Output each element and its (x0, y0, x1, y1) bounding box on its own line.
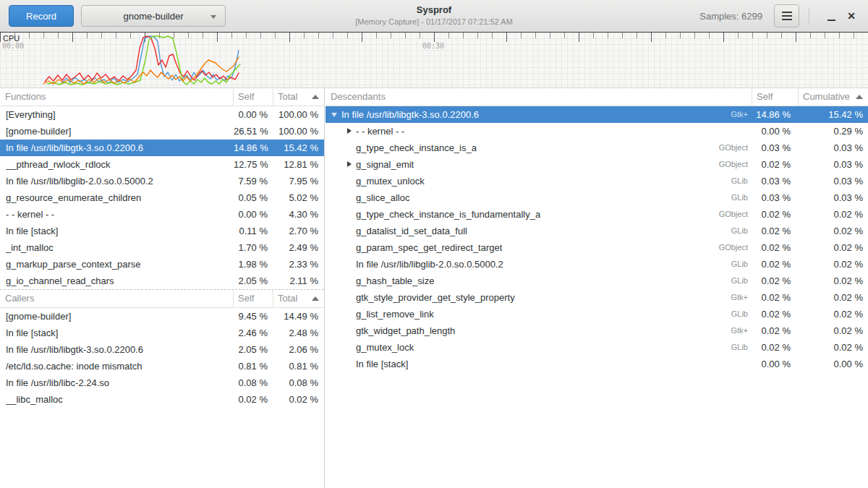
minimize-button[interactable] (819, 4, 843, 28)
expander-icon[interactable] (344, 306, 356, 322)
tree-row[interactable]: g_mutex_unlock GLib 0.03 % 0.03 % (326, 173, 868, 189)
library-tag: GObject (719, 156, 752, 173)
total-percent: 0.81 % (273, 358, 324, 374)
tree-row[interactable]: gtk_style_provider_get_style_property Gt… (326, 289, 868, 306)
library-tag: GLib (731, 173, 752, 189)
table-row[interactable]: In file /usr/lib/libglib-2.0.so.0.5000.2… (0, 173, 324, 189)
table-row[interactable]: /etc/ld.so.cache: inode mismatch 0.81 % … (0, 358, 324, 374)
tree-row[interactable]: g_hash_table_size GLib 0.02 % 0.02 % (326, 273, 868, 289)
library-tag: GLib (731, 306, 752, 322)
expander-icon[interactable] (344, 273, 356, 289)
table-row[interactable]: In file /usr/lib/libgtk-3.so.0.2200.6 2.… (0, 341, 324, 358)
self-percent: 26.51 % (234, 123, 273, 140)
expander-icon[interactable] (344, 123, 356, 140)
tree-row[interactable]: In file [stack] 0.00 % 0.00 % (326, 356, 868, 372)
descendants-table-header: Descendants Self Cumulative (326, 88, 868, 106)
column-header-descendants[interactable]: Descendants (326, 88, 752, 106)
tree-row[interactable]: g_mutex_lock GLib 0.02 % 0.02 % (326, 339, 868, 356)
table-row[interactable]: g_resource_enumerate_children 0.05 % 5.0… (0, 189, 324, 206)
column-header-functions[interactable]: Functions (0, 88, 234, 106)
tree-row[interactable]: - - kernel - - 0.00 % 0.29 % (326, 123, 868, 140)
table-row[interactable]: In file [stack] 0.11 % 2.70 % (0, 223, 324, 239)
column-header-total[interactable]: Total (273, 88, 324, 106)
function-name: In file /usr/lib/libglib-2.0.so.0.5000.2 (356, 256, 503, 273)
cpu-graph[interactable]: CPU 00:00 00:30 (0, 33, 868, 88)
expander-icon[interactable] (344, 239, 356, 256)
self-percent: 0.02 % (752, 156, 799, 173)
cumulative-percent: 0.02 % (799, 289, 868, 306)
tree-row[interactable]: gtk_widget_path_length Gtk+ 0.02 % 0.02 … (326, 322, 868, 339)
expander-icon[interactable] (344, 156, 356, 173)
expander-icon[interactable] (344, 140, 356, 156)
total-percent: 2.33 % (273, 256, 324, 273)
total-percent: 2.70 % (273, 223, 324, 239)
function-name: In file /usr/lib/libgtk-3.so.0.2200.6 (6, 140, 143, 156)
tree-row[interactable]: g_list_remove_link GLib 0.02 % 0.02 % (326, 306, 868, 322)
table-row[interactable]: _int_malloc 1.70 % 2.49 % (0, 239, 324, 256)
table-row[interactable]: - - kernel - - 0.00 % 4.30 % (0, 206, 324, 223)
header-bar: Record gnome-builder Sysprof [Memory Cap… (0, 0, 868, 33)
expander-icon[interactable] (344, 339, 356, 356)
column-header-total[interactable]: Total (273, 290, 324, 307)
table-row[interactable]: __libc_malloc 0.02 % 0.02 % (0, 391, 324, 408)
expander-icon[interactable] (344, 189, 356, 206)
table-row[interactable]: In file /usr/lib/libgtk-3.so.0.2200.6 14… (0, 140, 324, 156)
tree-row[interactable]: In file /usr/lib/libglib-2.0.so.0.5000.2… (326, 256, 868, 273)
functions-table-header: Functions Self Total (0, 88, 324, 106)
tree-row[interactable]: g_datalist_id_set_data_full GLib 0.02 % … (326, 223, 868, 239)
menu-button[interactable] (774, 4, 799, 27)
self-percent: 0.00 % (234, 106, 273, 123)
expander-icon[interactable] (344, 223, 356, 239)
self-percent: 0.02 % (752, 289, 799, 306)
process-selector-dropdown[interactable]: gnome-builder (81, 5, 226, 27)
self-percent: 0.03 % (752, 173, 799, 189)
table-row[interactable]: In file /usr/lib/libc-2.24.so 0.08 % 0.0… (0, 374, 324, 391)
function-name: /etc/ld.so.cache: inode mismatch (6, 358, 142, 374)
expander-icon[interactable] (344, 173, 356, 189)
minimize-icon (827, 20, 835, 21)
column-header-self[interactable]: Self (234, 290, 273, 307)
table-row[interactable]: In file [stack] 2.46 % 2.48 % (0, 325, 324, 341)
cumulative-percent: 0.02 % (799, 322, 868, 339)
function-name: [gnome-builder] (6, 308, 71, 325)
column-header-cumulative[interactable]: Cumulative (799, 88, 868, 106)
tree-row[interactable]: g_type_check_instance_is_a GObject 0.03 … (326, 140, 868, 156)
table-row[interactable]: [gnome-builder] 26.51 % 100.00 % (0, 123, 324, 140)
tree-row[interactable]: g_slice_alloc GLib 0.03 % 0.03 % (326, 189, 868, 206)
expander-icon[interactable] (344, 356, 356, 372)
function-name: - - kernel - - (356, 123, 404, 140)
self-percent: 0.02 % (752, 322, 799, 339)
tree-row[interactable]: g_type_check_instance_is_fundamentally_a… (326, 206, 868, 223)
function-name: g_list_remove_link (356, 306, 434, 322)
sort-ascending-icon (856, 95, 863, 99)
cumulative-percent: 0.00 % (799, 356, 868, 372)
total-percent: 14.49 % (273, 308, 324, 325)
table-row[interactable]: g_markup_parse_context_parse 1.98 % 2.33… (0, 256, 324, 273)
expander-icon[interactable] (344, 322, 356, 339)
column-header-self[interactable]: Self (234, 88, 273, 106)
table-row[interactable]: __pthread_rwlock_rdlock 12.75 % 12.81 % (0, 156, 324, 173)
expander-icon[interactable] (344, 289, 356, 306)
column-header-self[interactable]: Self (752, 88, 799, 106)
tree-row[interactable]: g_signal_emit GObject 0.02 % 0.03 % (326, 156, 868, 173)
library-tag: Gtk+ (731, 322, 752, 339)
close-icon: ✕ (847, 10, 856, 22)
sysprof-window: Record gnome-builder Sysprof [Memory Cap… (0, 0, 868, 488)
expander-icon[interactable] (344, 256, 356, 273)
table-row[interactable]: g_io_channel_read_chars 2.05 % 2.11 % (0, 273, 324, 289)
record-button[interactable]: Record (9, 5, 74, 27)
column-header-callers[interactable]: Callers (0, 290, 234, 307)
header-separator (809, 8, 809, 24)
table-row[interactable]: [gnome-builder] 9.45 % 14.49 % (0, 308, 324, 325)
process-selector-value: gnome-builder (123, 11, 183, 22)
close-button[interactable]: ✕ (843, 4, 868, 28)
expander-icon[interactable] (344, 206, 356, 223)
tree-row[interactable]: g_param_spec_get_redirect_target GObject… (326, 239, 868, 256)
self-percent: 12.75 % (234, 156, 273, 173)
tree-row[interactable]: In file /usr/lib/libgtk-3.so.0.2200.6 Gt… (326, 106, 868, 123)
callers-table-body: [gnome-builder] 9.45 % 14.49 % In file [… (0, 308, 324, 408)
self-percent: 9.45 % (234, 308, 273, 325)
left-pane: Functions Self Total [Everything] 0.00 %… (0, 88, 325, 488)
expander-icon[interactable] (330, 106, 341, 123)
table-row[interactable]: [Everything] 0.00 % 100.00 % (0, 106, 324, 123)
